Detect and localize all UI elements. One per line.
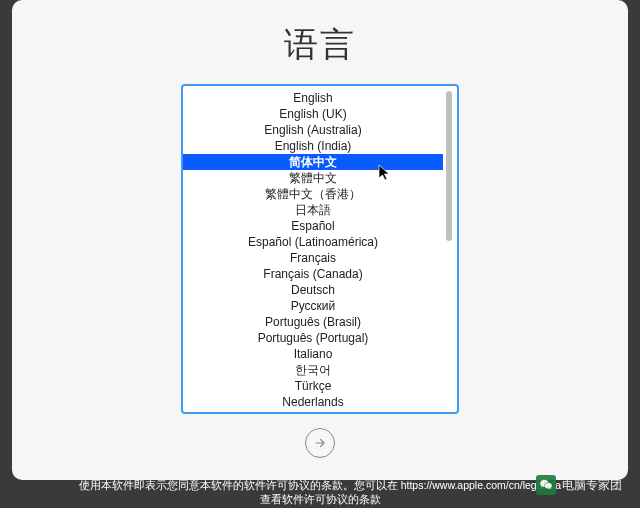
language-option[interactable]: Español (Latinoamérica): [183, 234, 443, 250]
installer-window: 语言 EnglishEnglish (UK)English (Australia…: [12, 0, 628, 480]
watermark-text: 电脑专家团: [562, 477, 622, 494]
language-option[interactable]: 日本語: [183, 202, 443, 218]
language-listbox[interactable]: EnglishEnglish (UK)English (Australia)En…: [181, 84, 459, 414]
language-option[interactable]: 한국어: [183, 362, 443, 378]
language-option[interactable]: Français (Canada): [183, 266, 443, 282]
arrow-right-icon: [313, 436, 327, 450]
language-option[interactable]: 繁體中文: [183, 170, 443, 186]
language-option[interactable]: Русский: [183, 298, 443, 314]
language-option[interactable]: Deutsch: [183, 282, 443, 298]
language-option[interactable]: Italiano: [183, 346, 443, 362]
page-title: 语言: [284, 22, 356, 68]
language-option[interactable]: English (Australia): [183, 122, 443, 138]
scrollbar[interactable]: [443, 89, 455, 409]
language-option[interactable]: Español: [183, 218, 443, 234]
watermark: 电脑专家团: [536, 475, 622, 495]
language-option[interactable]: 简体中文: [183, 154, 443, 170]
language-option[interactable]: Português (Portugal): [183, 330, 443, 346]
language-option[interactable]: 繁體中文（香港）: [183, 186, 443, 202]
wechat-icon: [536, 475, 556, 495]
language-option[interactable]: Français: [183, 250, 443, 266]
language-list-items[interactable]: EnglishEnglish (UK)English (Australia)En…: [183, 86, 443, 412]
language-option[interactable]: English: [183, 90, 443, 106]
next-button[interactable]: [305, 428, 335, 458]
language-option[interactable]: Português (Brasil): [183, 314, 443, 330]
language-option[interactable]: Nederlands: [183, 394, 443, 410]
language-option[interactable]: English (UK): [183, 106, 443, 122]
language-option[interactable]: English (India): [183, 138, 443, 154]
language-option[interactable]: Türkçe: [183, 378, 443, 394]
